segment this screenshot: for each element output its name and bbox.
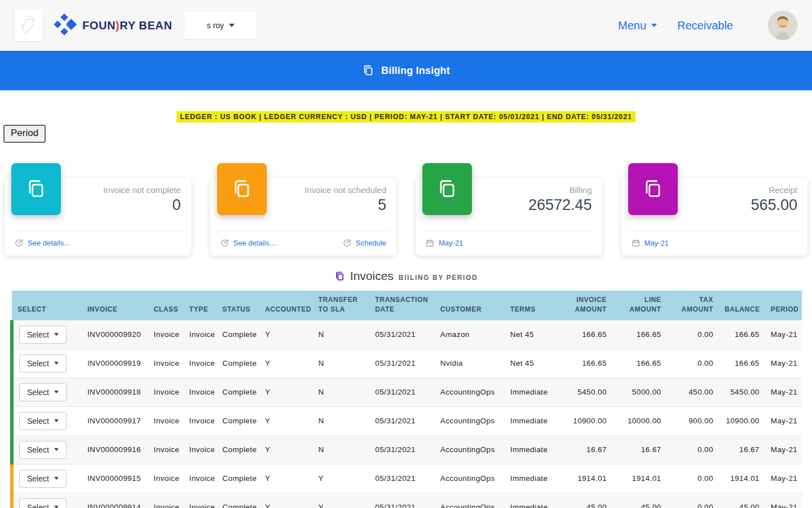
card-invoice-not-complete: Invoice not complete 0 See details... [5, 178, 191, 256]
cell-type: Invoice [184, 464, 217, 493]
table-row: SelectINV000009920InvoiceInvoiceComplete… [12, 320, 802, 349]
cell-transaction_date: 05/31/2021 [369, 464, 435, 493]
cell-period: May-21 [765, 378, 802, 406]
card-title: Invoice not complete [103, 185, 181, 195]
card-footer-label[interactable]: May-21 [439, 239, 463, 247]
calendar-icon [426, 239, 434, 247]
table-row: SelectINV000009916InvoiceInvoiceComplete… [12, 435, 802, 464]
period-button[interactable]: Period [3, 125, 46, 143]
cell-accounted: Y [259, 493, 313, 508]
card-footer: May-21 [423, 231, 594, 256]
receivable-link[interactable]: Receivable [677, 19, 733, 32]
card-footer-link[interactable]: Schedule [343, 239, 386, 247]
chevron-down-icon [229, 24, 235, 27]
cell-transaction_date: 05/31/2021 [369, 406, 435, 435]
card-footer-label[interactable]: See details... [233, 239, 276, 247]
row-select-button[interactable]: Select [19, 441, 67, 459]
cell-transaction_date: 05/31/2021 [369, 349, 435, 378]
top-bar: FOUN)RY BEAN s roy Menu Receivable [0, 0, 812, 51]
menu-dropdown[interactable]: Menu [618, 19, 657, 32]
column-header-balance: BALANCE [719, 291, 765, 320]
chevron-down-icon [54, 448, 59, 451]
cell-transfer_to_sla: N [312, 349, 369, 378]
column-header-type: TYPE [184, 291, 217, 320]
cell-transaction_date: 05/31/2021 [369, 320, 435, 349]
cell-invoice_amount: 1914.01 [558, 464, 612, 493]
cell-accounted: Y [259, 349, 313, 378]
cell-invoice_amount: 166.65 [558, 349, 612, 378]
cell-terms: Net 45 [505, 349, 558, 378]
invoices-section-head: Invoices BIILING BY PERIOD [0, 269, 812, 283]
row-select-button[interactable]: Select [19, 354, 67, 373]
cell-invoice: INV000009915 [82, 464, 148, 493]
user-dropdown[interactable]: s roy [184, 12, 257, 39]
cell-tax_amount: 900.00 [667, 406, 718, 435]
card-footer-link[interactable]: May-21 [632, 239, 669, 247]
cell-transfer_to_sla: Y [312, 464, 369, 493]
cell-select: Select [12, 320, 82, 349]
card-footer-label[interactable]: See details... [28, 239, 70, 247]
cell-class: Invoice [148, 349, 184, 378]
cell-accounted: Y [259, 378, 313, 406]
brand-left: FOUN [82, 19, 116, 32]
row-select-button[interactable]: Select [19, 498, 67, 508]
copy-icon [422, 163, 472, 215]
select-label: Select [27, 359, 49, 368]
cell-terms: Immediate [505, 406, 558, 435]
chevron-down-icon [54, 391, 59, 393]
select-label: Select [27, 503, 49, 508]
card-footer-link[interactable]: See details... [15, 239, 70, 247]
cell-select: Select [12, 493, 82, 508]
cell-invoice: INV000009917 [82, 406, 148, 435]
cell-transaction_date: 05/31/2021 [369, 378, 435, 406]
column-header-invoice: INVOICE [82, 291, 148, 320]
card-title: Billing [569, 185, 592, 195]
cell-type: Invoice [184, 378, 217, 406]
avatar[interactable] [768, 11, 797, 40]
cell-class: Invoice [148, 406, 184, 435]
cell-period: May-21 [765, 493, 802, 508]
card-footer-link[interactable]: See details... [220, 239, 276, 247]
cell-transfer_to_sla: N [312, 406, 369, 435]
invoices-table: SELECTINVOICECLASSTYPESTATUSACCOUNTEDTRA… [10, 291, 802, 508]
brand-name: FOUN)RY BEAN [82, 19, 172, 32]
cell-status: Complete [217, 406, 259, 435]
column-header-select: SELECT [12, 291, 82, 320]
card-footer-label[interactable]: Schedule [356, 239, 386, 247]
cell-transfer_to_sla: Y [312, 493, 369, 508]
cell-type: Invoice [184, 406, 217, 435]
row-select-button[interactable]: Select [19, 470, 67, 488]
cell-line_amount: 45.00 [612, 493, 667, 508]
card-footer-link[interactable]: May-21 [426, 239, 463, 247]
ledger-info-row: LEDGER : US BOOK | LEDGER CURRENCY : USD… [0, 111, 812, 121]
row-select-button[interactable]: Select [19, 326, 67, 344]
card-footer: See details... [12, 231, 183, 256]
card-value: 0 [172, 196, 180, 214]
cell-accounted: Y [259, 406, 313, 435]
card-value: 565.00 [751, 196, 797, 214]
column-header-transaction_date: TRANSACTION DATE [369, 291, 435, 320]
card-value: 5 [378, 196, 386, 214]
cell-class: Invoice [148, 320, 184, 349]
row-select-button[interactable]: Select [19, 383, 67, 401]
card-title: Receipt [769, 185, 797, 195]
user-dropdown-label: s roy [207, 21, 224, 30]
chevron-down-icon [54, 333, 59, 336]
cell-terms: Immediate [505, 435, 558, 464]
cell-select: Select [12, 349, 82, 378]
cell-customer: AccountingOps [435, 435, 505, 464]
card-footer-label[interactable]: May-21 [645, 239, 669, 247]
cell-type: Invoice [184, 320, 217, 349]
table-row: SelectINV000009914InvoiceInvoiceComplete… [12, 493, 802, 508]
cell-line_amount: 166.65 [612, 320, 667, 349]
table-row: SelectINV000009917InvoiceInvoiceComplete… [12, 406, 802, 435]
select-label: Select [27, 330, 49, 339]
menu-label: Menu [618, 19, 646, 32]
cell-customer: AccountingOps [435, 493, 505, 508]
update-icon [15, 239, 23, 247]
cell-transfer_to_sla: N [312, 378, 369, 406]
column-header-tax_amount: TAX AMOUNT [667, 291, 718, 320]
row-select-button[interactable]: Select [19, 412, 67, 430]
cell-terms: Immediate [505, 378, 558, 406]
cell-line_amount: 10000.00 [612, 406, 667, 435]
